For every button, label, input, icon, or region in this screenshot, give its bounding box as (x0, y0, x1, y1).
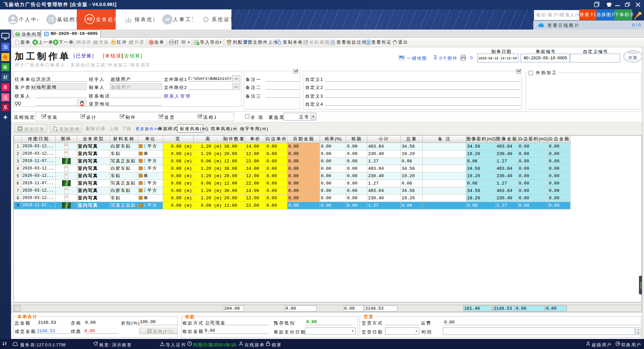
svg-text:12034945422: 12034945422 (628, 53, 638, 54)
svg-text:发票: 发票 (628, 55, 638, 60)
